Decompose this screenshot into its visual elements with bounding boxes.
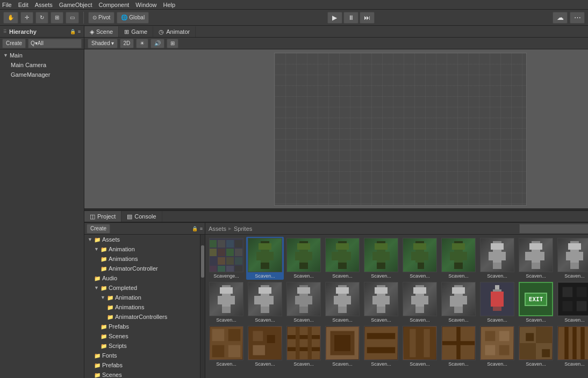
tab-console[interactable]: ▤ Console <box>121 211 162 222</box>
hierarchy-lock-icon[interactable]: 🔒 <box>70 29 76 34</box>
audio-btn[interactable]: 🔊 <box>150 39 164 48</box>
tree-item-comp-animations[interactable]: 📁 Animations <box>104 302 200 312</box>
asset-item-bottle[interactable]: Scaven... <box>478 281 516 324</box>
asset-brown-10[interactable]: Scaven... <box>556 325 588 368</box>
asset-brown-1[interactable]: Scaven... <box>207 325 245 368</box>
asset-green-char-selected[interactable]: Scaven... <box>246 237 284 280</box>
shaded-btn[interactable]: Shaded ▾ <box>88 39 117 48</box>
menu-component[interactable]: Component <box>98 2 129 8</box>
menu-help[interactable]: Help <box>163 2 175 8</box>
pause-btn[interactable]: ⏸ <box>343 12 358 24</box>
asset-green-4[interactable]: Scaven... <box>362 237 400 280</box>
svg-rect-90 <box>226 307 231 313</box>
asset-skel-13[interactable]: Scaven... <box>440 281 477 324</box>
asset-brown-5[interactable]: Scaven... <box>362 325 400 368</box>
menu-window[interactable]: Window <box>135 2 156 8</box>
menu-gameobject[interactable]: GameObject <box>59 2 92 8</box>
brown-9-label: Scaven... <box>526 361 546 367</box>
tree-item-animation[interactable]: ▼ 📁 Animation <box>91 244 200 254</box>
tree-scrollbar[interactable] <box>200 235 205 378</box>
tree-item-comp-animation[interactable]: ▼ 📁 Animation <box>97 293 200 302</box>
asset-brown-2[interactable]: Scaven... <box>246 325 284 368</box>
assets-search-input[interactable] <box>519 224 588 234</box>
hierarchy-item-camera[interactable]: Main Camera <box>0 60 84 70</box>
asset-skel-11[interactable]: Scaven... <box>362 281 400 324</box>
tab-scene[interactable]: ◈ Scene <box>84 26 119 37</box>
tree-item-animations[interactable]: 📁 Animations <box>97 254 200 264</box>
global-btn[interactable]: 🌐 Global <box>117 12 149 24</box>
hierarchy-menu-icon[interactable]: ≡ <box>78 29 81 34</box>
rotate-tool-btn[interactable]: ↻ <box>35 12 48 24</box>
tree-item-completed[interactable]: ▼ 📁 Completed <box>91 283 200 293</box>
hierarchy-search[interactable] <box>28 39 82 48</box>
effects-btn[interactable]: ⊞ <box>167 39 178 48</box>
breadcrumb-assets[interactable]: Assets <box>209 226 226 232</box>
asset-exit-sign[interactable]: EXIT Scaven... <box>517 281 555 324</box>
asset-brown-4[interactable]: Scaven... <box>324 325 361 368</box>
tree-item-comp-prefabs[interactable]: 📁 Prefabs <box>97 322 200 331</box>
hierarchy-item-main[interactable]: ▼ Main <box>0 50 84 60</box>
tab-animator[interactable]: ◷ Animator <box>153 26 196 37</box>
hierarchy-item-gamemanager[interactable]: GameManager <box>0 70 84 79</box>
assets-create-btn[interactable]: Create <box>87 224 110 234</box>
asset-brown-8[interactable]: Scaven... <box>478 325 516 368</box>
tree-item-comp-scripts[interactable]: 📁 Scripts <box>97 341 200 351</box>
asset-brown-7[interactable]: Scaven... <box>440 325 477 368</box>
tree-item-audio[interactable]: 📁 Audio <box>91 273 200 283</box>
tree-scroll-thumb[interactable] <box>201 245 204 278</box>
asset-dark-1[interactable]: Scaven... <box>556 281 588 324</box>
tree-item-prefabs[interactable]: 📁 Prefabs <box>91 360 200 370</box>
skel-8-thumb <box>248 282 282 316</box>
menu-edit[interactable]: Edit <box>18 2 28 8</box>
svg-rect-190 <box>580 327 585 359</box>
tree-item-comp-scenes[interactable]: 📁 Scenes <box>97 331 200 341</box>
asset-spritesheet[interactable]: Scavenge... <box>207 237 245 280</box>
asset-brown-3[interactable]: Scaven... <box>285 325 322 368</box>
svg-rect-57 <box>568 243 581 250</box>
asset-green-2[interactable]: Scaven... <box>285 237 322 280</box>
sun-btn[interactable]: ☀ <box>136 39 148 48</box>
asset-skel-3[interactable]: Scaven... <box>556 237 588 280</box>
svg-rect-86 <box>222 294 231 307</box>
asset-green-3[interactable]: Scaven... <box>324 237 361 280</box>
hand-tool-btn[interactable]: ✋ <box>3 12 18 24</box>
more-btn[interactable]: ⋯ <box>570 12 585 24</box>
asset-skel-1[interactable]: Scaven... <box>478 237 516 280</box>
tree-item-comp-animctrlrs[interactable]: 📁 AnimatorControllers <box>104 312 200 322</box>
scale-tool-btn[interactable]: ⊞ <box>51 12 63 24</box>
rect-tool-btn[interactable]: ▭ <box>66 12 79 24</box>
asset-green-5[interactable]: Scaven... <box>401 237 439 280</box>
asset-brown-9[interactable]: Scaven... <box>517 325 555 368</box>
asset-skel-10[interactable]: Scaven... <box>324 281 361 324</box>
menu-file[interactable]: File <box>2 2 12 8</box>
svg-rect-2 <box>261 250 269 263</box>
svg-rect-61 <box>570 263 575 269</box>
asset-skel-9[interactable]: Scaven... <box>285 281 322 324</box>
tab-project[interactable]: ◫ Project <box>84 211 121 222</box>
tree-item-fonts[interactable]: 📁 Fonts <box>91 351 200 360</box>
2d-btn[interactable]: 2D <box>120 39 134 48</box>
asset-brown-6[interactable]: Scaven... <box>401 325 439 368</box>
asset-skel-2[interactable]: Scaven... <box>517 237 555 280</box>
step-btn[interactable]: ⏭ <box>360 12 375 24</box>
assets-lock-icon[interactable]: 🔒 <box>192 226 198 231</box>
asset-skel-8[interactable]: Scaven... <box>246 281 284 324</box>
asset-green-6[interactable]: Scaven... <box>440 237 477 280</box>
scene-view[interactable] <box>84 49 588 208</box>
tab-game[interactable]: ⊞ Game <box>119 26 153 37</box>
assets-menu-icon[interactable]: ≡ <box>200 226 203 231</box>
menu-assets[interactable]: Assets <box>35 2 53 8</box>
tree-item-assets[interactable]: ▼ 📁 Assets <box>84 235 200 244</box>
play-btn[interactable]: ▶ <box>327 12 342 24</box>
tree-item-animatorcontroller[interactable]: 📁 AnimatorController <box>97 264 200 273</box>
cloud-btn[interactable]: ☁ <box>553 12 568 24</box>
hierarchy-create-btn[interactable]: Create <box>2 39 26 48</box>
comp-anim-arrow: ▼ <box>101 295 105 300</box>
tree-item-scenes[interactable]: 📁 Scenes <box>91 370 200 378</box>
breadcrumb-sprites[interactable]: Sprites <box>234 226 252 232</box>
pivot-btn[interactable]: ⊙ Pivot <box>88 12 114 24</box>
move-tool-btn[interactable]: ✛ <box>20 12 33 24</box>
asset-skel-7[interactable]: Scaven... <box>207 281 245 324</box>
svg-rect-117 <box>377 307 381 313</box>
asset-skel-12[interactable]: Scaven... <box>401 281 439 324</box>
